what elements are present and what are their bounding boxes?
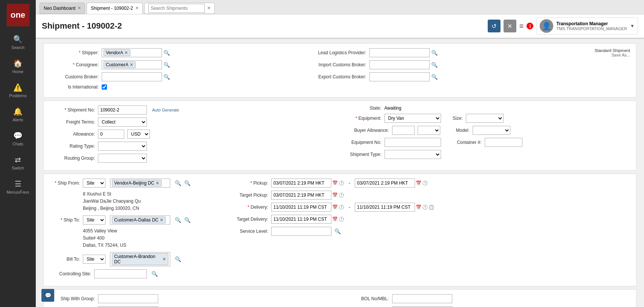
buyer-allowance-select[interactable] [418, 126, 440, 135]
menu-button[interactable]: ≡ [519, 22, 524, 31]
delivery-cal1-icon[interactable]: 📅 [332, 205, 338, 210]
bill-to-row: Bill To: Site CustomerA-Brandon DC ✕ 🔍 [50, 252, 215, 266]
bill-to-site-remove[interactable]: ✕ [162, 257, 166, 262]
delivery-field2: 📅 🕐 📋 [355, 203, 434, 212]
target-pickup-input[interactable] [271, 191, 331, 200]
delivery-clock2-icon[interactable]: 🕐 [422, 205, 428, 210]
consignee-label: Consignee: [50, 62, 99, 67]
service-level-search-icon[interactable]: 🔍 [334, 228, 341, 234]
export-customs-search-icon[interactable]: 🔍 [431, 74, 438, 80]
container-hash-input[interactable] [485, 138, 522, 147]
target-delivery-row: Target Delivery: 📅 🕐 [223, 215, 630, 224]
refresh-button[interactable]: ↺ [488, 20, 501, 32]
bill-to-site-input[interactable]: CustomerA-Brandon DC ✕ [110, 252, 170, 266]
pickup-row: Pickup: 📅 🕐 - 📅 🕐 [223, 179, 630, 188]
close-button[interactable]: ✕ [504, 20, 516, 32]
user-dropdown-icon[interactable]: ▼ [630, 23, 635, 29]
ship-to-site-remove[interactable]: ✕ [160, 217, 163, 223]
sidebar-item-problems[interactable]: ⚠️ Problems [0, 78, 36, 102]
equipment-select[interactable]: Dry Van [385, 114, 441, 123]
allowance-currency-select[interactable]: USD [127, 130, 150, 139]
equipment-no-row: Equipment No: Container #: [344, 138, 630, 147]
export-customs-input[interactable] [369, 72, 430, 81]
lead-logistics-search-icon[interactable]: 🔍 [431, 50, 438, 56]
chat-button[interactable]: 💬 [41, 289, 54, 302]
ship-from-search2-icon[interactable]: 🔍 [184, 180, 191, 186]
shipment-no-input[interactable] [98, 105, 147, 115]
tab-search-close[interactable]: ✕ [207, 6, 211, 11]
freight-terms-select[interactable]: Collect Prepaid Third Party [98, 118, 147, 127]
target-delivery-clock-icon[interactable]: 🕐 [339, 217, 344, 222]
sidebar-item-search[interactable]: 🔍 Search [0, 30, 36, 54]
pickup-field1: 📅 🕐 [271, 179, 344, 188]
ship-with-group-input[interactable] [98, 294, 158, 303]
controlling-site-search-icon[interactable]: 🔍 [151, 271, 158, 277]
ship-to-site-input[interactable]: CustomerA-Dallas DC ✕ [110, 215, 170, 225]
lead-logistics-input[interactable] [369, 48, 430, 57]
equipment-no-input[interactable] [385, 138, 441, 147]
delivery-copy-icon[interactable]: 📋 [429, 205, 434, 210]
consignee-search-icon[interactable]: 🔍 [163, 62, 170, 68]
bill-to-type-select[interactable]: Site [83, 255, 105, 264]
is-international-checkbox[interactable] [102, 84, 107, 90]
target-pickup-cal-icon[interactable]: 📅 [332, 192, 338, 198]
shipper-tag-input[interactable]: VendorA ✕ [102, 48, 162, 57]
bol-no-label: BOL No/MBL: [344, 296, 389, 301]
bol-no-input[interactable] [392, 294, 452, 303]
customs-broker-input[interactable] [102, 72, 162, 81]
import-customs-search-icon[interactable]: 🔍 [431, 62, 438, 68]
sidebar-item-menus[interactable]: ☰ Menus/Favs [0, 175, 36, 199]
size-select[interactable] [466, 114, 504, 123]
target-pickup-clock-icon[interactable]: 🕐 [339, 192, 344, 198]
tab-shipment-close[interactable]: ✕ [135, 6, 139, 11]
ship-from-site-input[interactable]: VendorA-Beijing DC ✕ [110, 179, 170, 188]
shipper-tag-remove[interactable]: ✕ [124, 50, 128, 55]
auto-generate-link[interactable]: Auto Generate [152, 108, 179, 112]
shipper-search-icon[interactable]: 🔍 [163, 50, 170, 56]
delivery-clock1-icon[interactable]: 🕐 [339, 205, 344, 210]
consignee-tag-remove[interactable]: ✕ [130, 62, 133, 67]
ship-to-search2-icon[interactable]: 🔍 [184, 217, 191, 223]
search-icon: 🔍 [13, 35, 23, 44]
rating-type-select[interactable] [98, 142, 147, 151]
model-select[interactable] [473, 126, 510, 135]
tab-neo-dashboard-close[interactable]: ✕ [78, 6, 81, 11]
bill-to-search-icon[interactable]: 🔍 [175, 256, 181, 262]
ship-from-search1-icon[interactable]: 🔍 [175, 180, 181, 186]
pickup-cal2-icon[interactable]: 📅 [416, 180, 421, 186]
ship-from-type-select[interactable]: Site [83, 179, 105, 188]
sidebar-item-switch[interactable]: ⇄ Switch [0, 151, 36, 175]
pickup-input2[interactable] [355, 179, 415, 188]
tab-neo-dashboard[interactable]: Neo Dashboard ✕ [40, 3, 85, 14]
delivery-input2[interactable] [355, 203, 415, 212]
target-delivery-cal-icon[interactable]: 📅 [332, 217, 338, 222]
save-as-link[interactable]: Save As... [562, 53, 630, 57]
search-shipments-input[interactable] [148, 4, 205, 13]
shipment-type-select[interactable] [385, 150, 441, 159]
pickup-cal1-icon[interactable]: 📅 [332, 180, 338, 186]
avatar: 👤 [540, 19, 553, 33]
controlling-site-input[interactable] [94, 269, 147, 278]
target-delivery-input[interactable] [271, 215, 331, 224]
ship-to-type-select[interactable]: Site [83, 215, 105, 225]
buyer-allowance-input1[interactable] [392, 126, 415, 135]
pickup-input1[interactable] [271, 179, 331, 188]
pickup-clock2-icon[interactable]: 🕐 [422, 180, 428, 186]
allowance-input[interactable] [98, 130, 124, 139]
ship-to-search1-icon[interactable]: 🔍 [175, 217, 181, 223]
header-bar: Shipment - 109002-2 ↺ ✕ ≡ 1 👤 Transporta… [36, 14, 644, 38]
sidebar-item-chats[interactable]: 💬 Chats [0, 127, 36, 151]
consignee-tag-input[interactable]: CustomerA ✕ [102, 60, 162, 69]
sidebar-item-home[interactable]: 🏠 Home [0, 54, 36, 78]
delivery-input1[interactable] [271, 203, 331, 212]
customs-broker-search-icon[interactable]: 🔍 [163, 74, 170, 80]
routing-group-select[interactable] [98, 154, 147, 163]
import-customs-input[interactable] [369, 60, 430, 69]
tab-shipment[interactable]: Shipment - 109002-2 ✕ [87, 3, 143, 14]
delivery-cal2-icon[interactable]: 📅 [416, 205, 421, 210]
address-col: Ship From: Site VendorA-Beijing DC ✕ 🔍 [50, 179, 215, 281]
ship-from-site-remove[interactable]: ✕ [156, 180, 159, 186]
service-level-input[interactable] [271, 227, 331, 236]
pickup-clock1-icon[interactable]: 🕐 [339, 180, 344, 186]
sidebar-item-alerts[interactable]: 🔔 Alerts [0, 102, 36, 127]
